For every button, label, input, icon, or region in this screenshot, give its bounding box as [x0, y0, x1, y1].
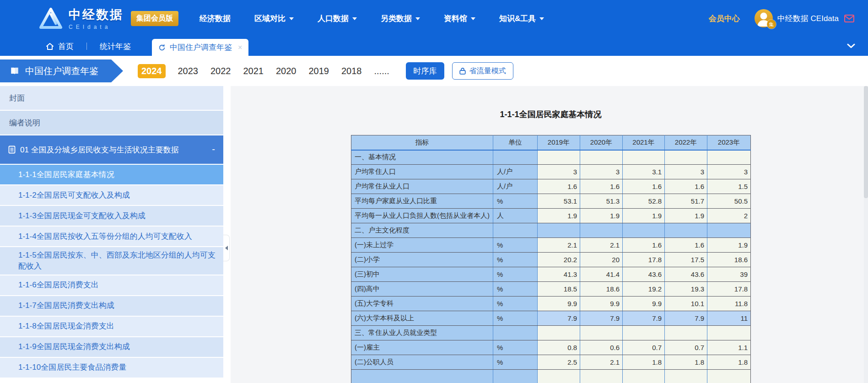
- table-head: 指标单位2019年2020年2021年2022年2023年: [351, 135, 751, 150]
- cell-unit: %: [493, 194, 538, 209]
- cell-unit: [493, 370, 538, 383]
- timeseries-button[interactable]: 时序库: [406, 62, 444, 80]
- logo[interactable]: 中经数据 CEIdata: [38, 6, 124, 30]
- tab-household-survey-yearbook[interactable]: 中国住户调查年鉴 ×: [152, 39, 248, 56]
- year-2018[interactable]: 2018: [341, 66, 362, 76]
- cell-value: 20.2: [538, 253, 580, 267]
- username[interactable]: 中经数据 CEIdata: [777, 13, 839, 24]
- sidebar-item-1-1-3[interactable]: 1-1-3全国居民现金可支配收入及构成: [0, 206, 223, 227]
- cell-value: 1.8: [707, 355, 751, 370]
- cell-value: [665, 150, 707, 165]
- cell-value: 3: [538, 165, 580, 179]
- col-header-2022: 2022年: [665, 135, 707, 150]
- cell-value: [623, 326, 665, 340]
- menu-economic-data[interactable]: 经济数据: [199, 13, 231, 24]
- cell-indicator: 一、基本情况: [351, 150, 493, 165]
- avatar[interactable]: 集: [755, 9, 773, 27]
- cell-value: 1.5: [707, 179, 751, 194]
- year-2024[interactable]: 2024: [138, 64, 166, 78]
- chevron-down-icon: [352, 17, 357, 20]
- yearbook-banner: 中国住户调查年鉴: [0, 59, 111, 82]
- menu-label: 另类数据: [381, 13, 412, 24]
- cell-unit: %: [493, 355, 538, 370]
- sidebar-item-1-1-10[interactable]: 1-1-10全国居民主要食品消费量: [0, 358, 223, 378]
- year-2023[interactable]: 2023: [178, 66, 199, 76]
- cell-value: 39: [707, 267, 751, 282]
- mail-icon[interactable]: [844, 15, 854, 22]
- cell-value: [665, 223, 707, 238]
- cell-value: 52.8: [623, 194, 665, 209]
- content-area: 1-1-1全国居民家庭基本情况 指标单位2019年2020年2021年2022年…: [231, 86, 868, 383]
- cell-value: 1.6: [623, 179, 665, 194]
- cell-unit: %: [493, 238, 538, 253]
- cell-indicator: (三)初中: [351, 267, 493, 282]
- sidebar-item-1-1-4[interactable]: 1-1-4全国居民按收入五等份分组的人均可支配收入: [0, 227, 223, 247]
- table-row: 二、户主文化程度: [351, 223, 751, 238]
- cell-indicator: 三、常住从业人员就业类型: [351, 326, 493, 340]
- refresh-icon: [158, 44, 166, 51]
- cell-value: 7.9: [623, 311, 665, 326]
- cell-value: [580, 370, 623, 383]
- cell-value: [538, 326, 580, 340]
- close-icon[interactable]: ×: [238, 43, 242, 52]
- menu-label: 经济数据: [199, 13, 231, 24]
- traffic-saver-button[interactable]: 省流量模式: [452, 62, 513, 80]
- scrollbar-thumb[interactable]: [864, 86, 868, 198]
- year-2021[interactable]: 2021: [243, 66, 264, 76]
- menu-library[interactable]: 资料馆: [444, 13, 475, 24]
- sidebar-chapter-01[interactable]: 01 全国及分城乡居民收支与生活状况主要数据-: [0, 135, 223, 165]
- menu-region-compare[interactable]: 区域对比: [254, 13, 294, 24]
- cell-value: [707, 223, 751, 238]
- table-container: 1-1-1全国居民家庭基本情况 指标单位2019年2020年2021年2022年…: [351, 86, 750, 383]
- cell-value: 1.9: [707, 238, 751, 253]
- col-header-2020: 2020年: [580, 135, 623, 150]
- sidebar-collapse-handle[interactable]: [223, 235, 230, 261]
- cell-value: 2: [707, 209, 751, 223]
- sidebar-item-1-1-9[interactable]: 1-1-9全国居民现金消费支出构成: [0, 337, 223, 358]
- nav-home[interactable]: 首页: [46, 41, 74, 52]
- member-center-link[interactable]: 会员中心: [709, 13, 740, 24]
- sidebar-item-1-1-2[interactable]: 1-1-2全国居民可支配收入及构成: [0, 185, 223, 206]
- chevron-down-icon[interactable]: [847, 43, 855, 49]
- cell-value: 1.9: [538, 209, 580, 223]
- year-2022[interactable]: 2022: [210, 66, 231, 76]
- chevron-down-icon: [289, 17, 294, 20]
- menu-alternative-data[interactable]: 另类数据: [381, 13, 420, 24]
- logo-text: 中经数据 CEIdata: [69, 6, 124, 30]
- cell-value: 51.3: [580, 194, 623, 209]
- nav-yearbook[interactable]: 统计年鉴: [100, 41, 131, 52]
- book-icon: [10, 66, 19, 76]
- menu-population-data[interactable]: 人口数据: [318, 13, 357, 24]
- app-window: 中经数据 CEIdata 集团会员版 经济数据区域对比人口数据另类数据资料馆知识…: [0, 0, 868, 383]
- cell-value: 10.1: [665, 297, 707, 311]
- cell-value: 17.8: [707, 282, 751, 297]
- sidebar-item-cover[interactable]: 封面: [0, 86, 223, 111]
- cell-value: 1.8: [665, 355, 707, 370]
- cell-indicator: 平均每一从业人口负担人数(包括从业者本人): [351, 209, 493, 223]
- cell-value: 1.8: [623, 355, 665, 370]
- cell-unit: %: [493, 311, 538, 326]
- sidebar-item-1-1-7[interactable]: 1-1-7全国居民消费支出构成: [0, 296, 223, 317]
- cell-value: 17.5: [665, 253, 707, 267]
- cell-indicator: (一)雇主: [351, 340, 493, 355]
- sidebar-item-editors-note[interactable]: 编者说明: [0, 111, 223, 135]
- cell-value: 19.3: [665, 282, 707, 297]
- year-2019[interactable]: 2019: [309, 66, 329, 76]
- sidebar-item-1-1-1[interactable]: 1-1-1全国居民家庭基本情况: [0, 165, 223, 185]
- cell-value: 2.1: [580, 355, 623, 370]
- menu-knowledge-tools[interactable]: 知识&工具: [499, 13, 544, 24]
- sidebar-item-1-1-5[interactable]: 1-1-5全国居民按东、中、西部及东北地区分组的人均可支配收入: [0, 247, 223, 275]
- cell-value: [580, 150, 623, 165]
- sidebar-item-1-1-8[interactable]: 1-1-8全国居民现金消费支出: [0, 317, 223, 337]
- year-more[interactable]: ......: [374, 66, 389, 76]
- year-2020[interactable]: 2020: [276, 66, 297, 76]
- cell-unit: [493, 326, 538, 340]
- cell-value: [707, 370, 751, 383]
- table-row: (五)大学专科%9.99.99.910.111.8: [351, 297, 751, 311]
- cell-value: 0.7: [623, 340, 665, 355]
- sidebar-item-1-1-6[interactable]: 1-1-6全国居民消费支出: [0, 275, 223, 296]
- collapse-minus-icon[interactable]: -: [212, 144, 215, 155]
- cell-unit: 人: [493, 209, 538, 223]
- cell-value: 2.1: [580, 238, 623, 253]
- vip-badge: 集团会员版: [131, 11, 178, 26]
